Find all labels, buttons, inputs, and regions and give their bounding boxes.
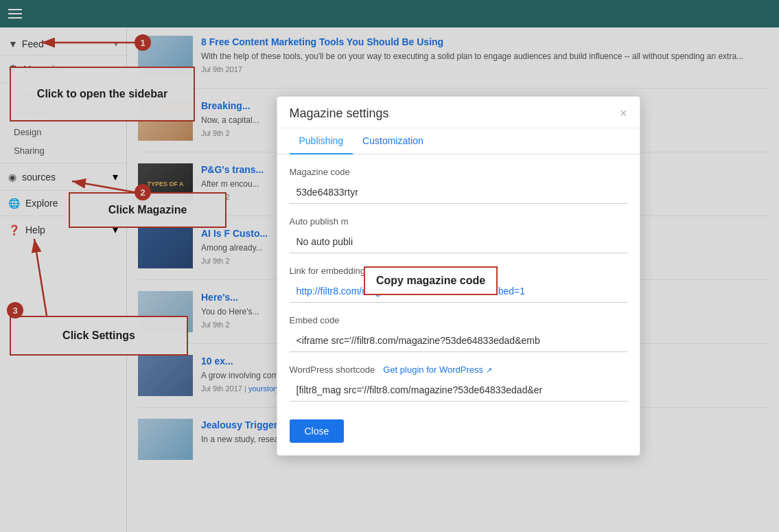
wp-shortcode-label: WordPress shortcode — [290, 365, 375, 375]
annotation-copy-code-label: Copy magazine code — [376, 275, 485, 286]
magazine-code-input[interactable] — [290, 181, 627, 204]
close-modal-button[interactable]: Close — [290, 419, 345, 443]
wp-shortcode-row: WordPress shortcode Get plugin for WordP… — [290, 365, 627, 375]
embed-code-group: Embed code — [290, 315, 627, 352]
auto-publish-input[interactable] — [290, 231, 627, 253]
wp-shortcode-group: WordPress shortcode Get plugin for WordP… — [290, 365, 627, 402]
external-link-icon: ↗ — [486, 366, 492, 374]
auto-publish-group: Auto publish m — [290, 216, 627, 253]
embed-code-input[interactable] — [290, 329, 627, 352]
magazine-code-label: Magazine code — [290, 167, 627, 177]
tab-publishing[interactable]: Publishing — [290, 128, 353, 154]
annotation-copy-code-box: Copy magazine code — [364, 266, 498, 295]
auto-publish-label: Auto publish m — [290, 216, 627, 227]
modal-tabs: Publishing Customization — [277, 128, 640, 154]
embed-code-label: Embed code — [290, 315, 627, 325]
modal-body: Magazine code Auto publish m Link for em… — [277, 154, 640, 455]
modal-header: Magazine settings × — [277, 97, 640, 128]
wp-shortcode-input[interactable] — [290, 379, 627, 402]
modal-title: Magazine settings — [290, 106, 389, 121]
tab-customization[interactable]: Customization — [353, 128, 433, 154]
magazine-code-group: Magazine code — [290, 167, 627, 204]
modal-close-button[interactable]: × — [620, 106, 627, 121]
wp-plugin-link[interactable]: Get plugin for WordPress ↗ — [383, 365, 491, 375]
